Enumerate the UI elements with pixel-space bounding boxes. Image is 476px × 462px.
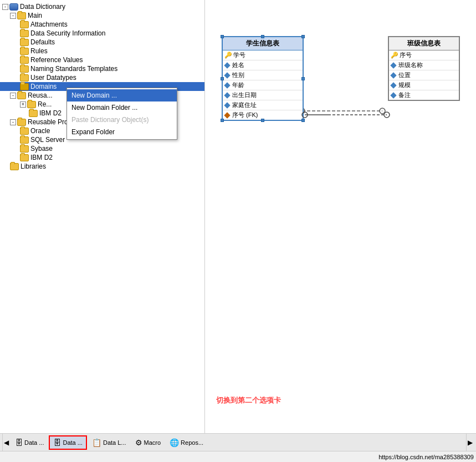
tree-defaults-label: Defaults (30, 38, 55, 46)
table1-row-gender: 性别 (223, 70, 303, 80)
naming-folder (20, 65, 29, 73)
tree-ibmd2-1-label: IBM D2 (39, 109, 62, 117)
taskbar-btn-data2[interactable]: 🗄 Data ... (49, 435, 86, 450)
tree-ibmd2-2[interactable]: IBM D2 (0, 153, 204, 162)
tree-sybase[interactable]: Sybase (0, 144, 204, 153)
taskbar-btn-macro[interactable]: ⚙ Macro (131, 435, 165, 450)
t2-key-icon: 🔑 (391, 52, 398, 59)
tree-attachments[interactable]: Attachments (0, 20, 204, 29)
table1-col-fk: 序号 (FK) (232, 111, 258, 119)
rp-expander[interactable]: - (10, 119, 16, 125)
diamond-4 (224, 92, 230, 98)
tree-root[interactable]: - Data Dictionary (0, 2, 204, 11)
tree-re-label: Re... (38, 100, 52, 108)
tree-domains-label: Domains (30, 83, 57, 90)
re-expander[interactable]: + (20, 101, 26, 108)
taskbar-btn-repos-label: Repos... (181, 439, 203, 446)
diamond-5 (224, 102, 230, 108)
lib-folder (10, 163, 19, 170)
reusa1-expander[interactable]: - (10, 93, 16, 99)
main-expander[interactable]: - (10, 13, 16, 19)
tree-rules[interactable]: Rules (0, 47, 204, 55)
macro-icon: ⚙ (135, 438, 142, 447)
table2-col-pk: 序号 (400, 51, 412, 59)
main-folder-icon (17, 12, 26, 19)
ref-folder (20, 57, 29, 64)
taskbar-btn-repos[interactable]: 🌐 Repos... (166, 435, 207, 450)
table2-row-classname: 班级名称 (389, 60, 459, 70)
tree-refvals-label: Reference Values (30, 56, 83, 64)
table2-col-note: 备注 (398, 91, 411, 99)
table1-row-name: 姓名 (223, 60, 303, 70)
tree-libraries[interactable]: Libraries (0, 162, 204, 171)
table1-col-age: 年龄 (232, 81, 244, 89)
context-menu: New Domain ... New Domain Folder ... Pas… (66, 88, 177, 140)
entity-table1: 学生信息表 🔑 学号 姓名 性别 年龄 (222, 36, 304, 121)
taskbar-btn-data2-label: Data ... (63, 439, 82, 446)
taskbar-btn-datal[interactable]: 📋 Data L... (88, 435, 130, 450)
tree-sybase-label: Sybase (30, 145, 53, 153)
table2-row-loc: 位置 (389, 70, 459, 80)
diamond-6 (224, 112, 230, 118)
table1-header: 学生信息表 (223, 37, 303, 50)
table1-row-pk: 🔑 学号 (223, 50, 303, 60)
tree-userdatatypes[interactable]: User Datatypes (0, 73, 204, 82)
table2-row-note: 备注 (389, 90, 459, 100)
taskbar-btn-datal-label: Data L... (103, 439, 126, 446)
t2-diamond-3 (390, 82, 396, 88)
data2-icon: 🗄 (53, 438, 61, 447)
oracle-folder (20, 128, 29, 135)
tree-defaults[interactable]: Defaults (0, 38, 204, 47)
tree-root-label: Data Dictionary (20, 3, 65, 11)
taskbar-btn-data1[interactable]: 🗄 Data ... (11, 435, 48, 450)
table1-row-dob: 出生日期 (223, 90, 303, 100)
table1-title: 学生信息表 (246, 39, 279, 47)
root-db-icon (9, 3, 18, 11)
att-folder (20, 21, 29, 28)
diamond-1 (224, 62, 230, 68)
svg-point-1 (380, 108, 385, 114)
table2-header: 班级信息表 (389, 37, 459, 50)
tree-reusa1-label: Reusa... (28, 92, 53, 99)
tree-datasec[interactable]: Data Security Information (0, 29, 204, 38)
t2-diamond-2 (390, 72, 396, 78)
left-panel: - Data Dictionary - Main Attachments Dat… (0, 0, 205, 433)
ibm1-folder (29, 110, 38, 117)
menu-new-domain-folder[interactable]: New Domain Folder ... (67, 101, 177, 114)
status-url: https://blog.csdn.net/ma285388309 (378, 454, 474, 460)
tree-main-label: Main (28, 12, 42, 19)
reusa1-folder (17, 92, 26, 99)
rules-folder (20, 48, 29, 55)
root-expander[interactable]: - (2, 4, 8, 10)
tree-naming-label: Naming Standards Templates (30, 65, 117, 73)
main-container: - Data Dictionary - Main Attachments Dat… (0, 0, 476, 462)
diamond-3 (224, 82, 230, 88)
datal-icon: 📋 (92, 438, 101, 447)
def-folder (20, 39, 29, 46)
tree-rules-label: Rules (30, 47, 48, 55)
right-panel: 学生信息表 🔑 学号 姓名 性别 年龄 (205, 0, 476, 433)
data1-icon: 🗄 (15, 438, 23, 447)
menu-new-domain[interactable]: New Domain ... (67, 89, 177, 101)
content-area: - Data Dictionary - Main Attachments Dat… (0, 0, 476, 433)
tree-main[interactable]: - Main (0, 11, 204, 20)
menu-new-domain-label: New Domain ... (71, 92, 117, 99)
sql-folder (20, 136, 29, 144)
tree-sqlserver-label: SQL Server (30, 136, 65, 144)
diamond-2 (224, 72, 230, 78)
taskbar-scroll-right[interactable]: ▶ (466, 434, 474, 451)
taskbar-scroll-left[interactable]: ◀ (2, 434, 10, 451)
repos-icon: 🌐 (170, 438, 179, 447)
tree-datasec-label: Data Security Information (30, 29, 105, 37)
tree-ibmd2-2-label: IBM D2 (30, 154, 53, 161)
tree-naming[interactable]: Naming Standards Templates (0, 64, 204, 73)
menu-paste[interactable]: Paste Dictionary Object(s) (67, 114, 177, 126)
table2-row-scale: 规模 (389, 80, 459, 90)
tree-refvals[interactable]: Reference Values (0, 55, 204, 64)
table1-col-name: 姓名 (232, 61, 244, 69)
udt-folder (20, 74, 29, 82)
menu-expand-label: Expand Folder (71, 128, 115, 136)
table2-col-scale: 规模 (398, 81, 411, 89)
table1-col-dob: 出生日期 (232, 91, 257, 99)
menu-expand[interactable]: Expand Folder (67, 126, 177, 138)
